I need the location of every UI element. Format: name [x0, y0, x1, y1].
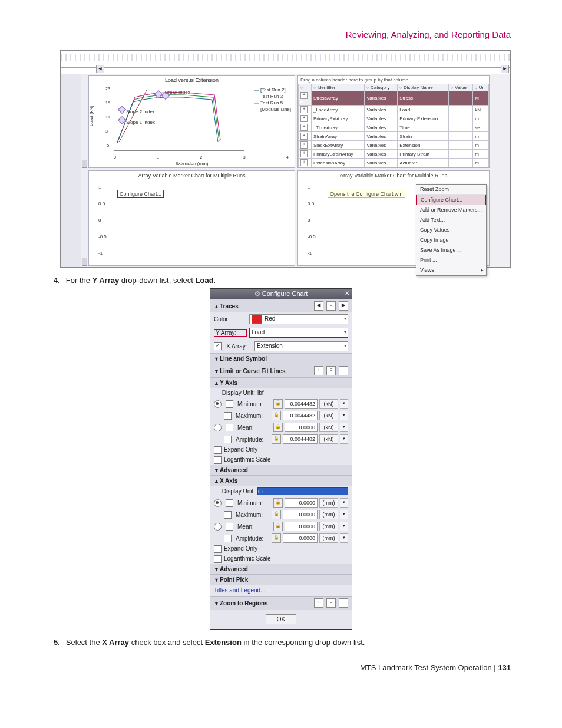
- section-point-pick[interactable]: Point Pick: [210, 575, 352, 585]
- x-minmax-radio[interactable]: [214, 499, 222, 507]
- ok-button[interactable]: OK: [266, 614, 296, 624]
- fit-list-icon[interactable]: ≡: [326, 366, 336, 375]
- menu-add-text[interactable]: Add Text...: [416, 215, 486, 225]
- variables-table[interactable]: Drag a column header here to group by th…: [297, 75, 490, 168]
- section-y-axis[interactable]: Y Axis: [210, 378, 352, 388]
- x-min-input[interactable]: 0.0000: [285, 498, 318, 508]
- zoom-add-icon[interactable]: +: [314, 598, 323, 608]
- expand-icon[interactable]: +: [300, 159, 308, 166]
- menu-print[interactable]: Print ...: [416, 255, 486, 265]
- lock-icon[interactable]: 🔒: [272, 411, 281, 420]
- section-traces[interactable]: Traces ◀ ≡ ▶: [210, 299, 352, 312]
- zoom-list-icon[interactable]: ≡: [326, 598, 336, 608]
- x-advanced[interactable]: Advanced: [210, 564, 352, 574]
- expand-icon[interactable]: +: [300, 92, 308, 99]
- unit-dropdown[interactable]: ▾: [340, 510, 348, 519]
- expand-icon[interactable]: +: [300, 141, 308, 149]
- scroll-right-icon[interactable]: ►: [501, 65, 509, 73]
- lock-icon[interactable]: 🔒: [273, 399, 283, 409]
- close-icon[interactable]: ✕: [345, 290, 349, 297]
- unit-dropdown[interactable]: ▾: [340, 434, 348, 444]
- marker-chart-left[interactable]: Array-Variable Marker Chart for Multiple…: [88, 170, 295, 266]
- y-min-checkbox[interactable]: [226, 400, 233, 408]
- table-row[interactable]: +_TimeArrayVariablesTimese: [299, 123, 489, 132]
- y-minmax-radio[interactable]: [214, 400, 222, 408]
- prev-trace-icon[interactable]: ◀: [314, 301, 323, 311]
- table-row[interactable]: +PrimaryStrainArrayVariablesPrimary Stra…: [299, 150, 489, 159]
- lock-icon[interactable]: 🔒: [272, 510, 281, 519]
- yarray-dropdown[interactable]: Load: [249, 328, 348, 338]
- zoom-remove-icon[interactable]: −: [339, 598, 348, 608]
- x-mean-checkbox[interactable]: [226, 523, 233, 531]
- x-amp-checkbox[interactable]: [224, 535, 232, 542]
- table-row[interactable]: +ExtensionArrayVariablesActuatorm: [299, 159, 489, 167]
- table-row[interactable]: +SlackExtArrayVariablesExtensionm: [299, 141, 489, 150]
- titles-legend-link[interactable]: Titles and Legend...: [210, 585, 352, 596]
- table-row[interactable]: +_LoadArrayVariablesLoadkN: [299, 106, 489, 114]
- x-mean-input[interactable]: 0.0000: [285, 522, 318, 531]
- section-x-axis[interactable]: X Axis: [210, 476, 352, 486]
- marker-chart-right[interactable]: Array-Variable Marker Chart for Multiple…: [297, 170, 490, 266]
- table-row[interactable]: +PrimaryExtArrayVariablesPrimary Extensi…: [299, 114, 489, 123]
- x-max-checkbox[interactable]: [224, 511, 232, 519]
- y-meanamp-radio[interactable]: [214, 424, 222, 431]
- section-limit-fit[interactable]: Limit or Curve Fit Lines + ≡ −: [210, 364, 352, 377]
- y-min-input[interactable]: -0.0044482: [285, 399, 318, 409]
- y-amp-checkbox[interactable]: [224, 436, 232, 443]
- menu-copy-image[interactable]: Copy Image: [416, 235, 486, 245]
- xarray-dropdown[interactable]: Extension: [254, 341, 348, 351]
- expand-icon[interactable]: +: [300, 133, 308, 140]
- scroll-left-icon[interactable]: ◄: [96, 65, 104, 73]
- y-advanced[interactable]: Advanced: [210, 465, 352, 475]
- x-display-unit-dropdown[interactable]: in: [257, 487, 348, 495]
- x-min-checkbox[interactable]: [226, 499, 233, 507]
- y-log-checkbox[interactable]: [214, 456, 222, 464]
- expand-icon[interactable]: +: [300, 124, 308, 131]
- x-log-checkbox[interactable]: [214, 555, 222, 563]
- color-dropdown[interactable]: Red: [249, 314, 348, 324]
- expand-icon[interactable]: +: [300, 150, 308, 157]
- scrollbar[interactable]: [81, 74, 88, 169]
- unit-dropdown[interactable]: ▾: [340, 522, 348, 531]
- table-row[interactable]: +StrainArrayVariablesStrainm: [299, 132, 489, 141]
- trace-list-icon[interactable]: ≡: [326, 301, 336, 311]
- expand-icon[interactable]: +: [300, 106, 308, 113]
- x-max-input[interactable]: 0.0000: [283, 510, 318, 519]
- expand-icon[interactable]: +: [300, 115, 308, 122]
- add-fit-icon[interactable]: +: [314, 366, 323, 375]
- x-meanamp-radio[interactable]: [214, 523, 222, 531]
- section-line-symbol[interactable]: Line and Symbol: [210, 354, 352, 364]
- lock-icon[interactable]: 🔒: [272, 533, 281, 543]
- dialog-titlebar[interactable]: ⚙ Configure Chart ✕: [210, 289, 352, 299]
- x-expand-checkbox[interactable]: [214, 545, 222, 553]
- chart-load-vs-extension[interactable]: Load versus Extension Load (kN) 23 15 11…: [88, 75, 295, 168]
- x-amp-input[interactable]: 0.0000: [283, 533, 318, 543]
- menu-add-markers[interactable]: Add or Remove Markers...: [416, 205, 486, 215]
- table-row[interactable]: +▸ StressArrayVariablesStressM: [299, 91, 489, 106]
- menu-copy-values[interactable]: Copy Values: [416, 225, 486, 235]
- lock-icon[interactable]: 🔒: [273, 423, 283, 432]
- unit-dropdown[interactable]: ▾: [340, 411, 348, 420]
- lock-icon[interactable]: 🔒: [273, 522, 283, 531]
- section-zoom-regions[interactable]: Zoom to Regions + ≡ −: [210, 597, 352, 610]
- next-trace-icon[interactable]: ▶: [339, 301, 348, 311]
- menu-reset-zoom[interactable]: Reset Zoom: [416, 185, 486, 195]
- xarray-checkbox[interactable]: [214, 342, 222, 350]
- y-mean-checkbox[interactable]: [226, 424, 233, 431]
- remove-fit-icon[interactable]: −: [339, 366, 348, 375]
- column-headers[interactable]: Identifier Category Display Name Value U…: [299, 84, 489, 91]
- lock-icon[interactable]: 🔒: [273, 498, 283, 508]
- unit-dropdown[interactable]: ▾: [340, 423, 348, 432]
- menu-save-image[interactable]: Save As Image ...: [416, 245, 486, 255]
- y-expand-checkbox[interactable]: [214, 446, 222, 454]
- y-max-input[interactable]: 0.0044482: [283, 411, 318, 420]
- unit-dropdown[interactable]: ▾: [340, 498, 348, 508]
- lock-icon[interactable]: 🔒: [272, 434, 281, 444]
- unit-dropdown[interactable]: ▾: [340, 399, 348, 409]
- y-max-checkbox[interactable]: [224, 412, 232, 420]
- y-mean-input[interactable]: 0.0000: [285, 423, 318, 432]
- y-amp-input[interactable]: 0.0044482: [283, 434, 318, 444]
- menu-views[interactable]: Views: [416, 265, 486, 275]
- menu-configure-chart[interactable]: Configure Chart...: [416, 195, 486, 205]
- unit-dropdown[interactable]: ▾: [340, 533, 348, 543]
